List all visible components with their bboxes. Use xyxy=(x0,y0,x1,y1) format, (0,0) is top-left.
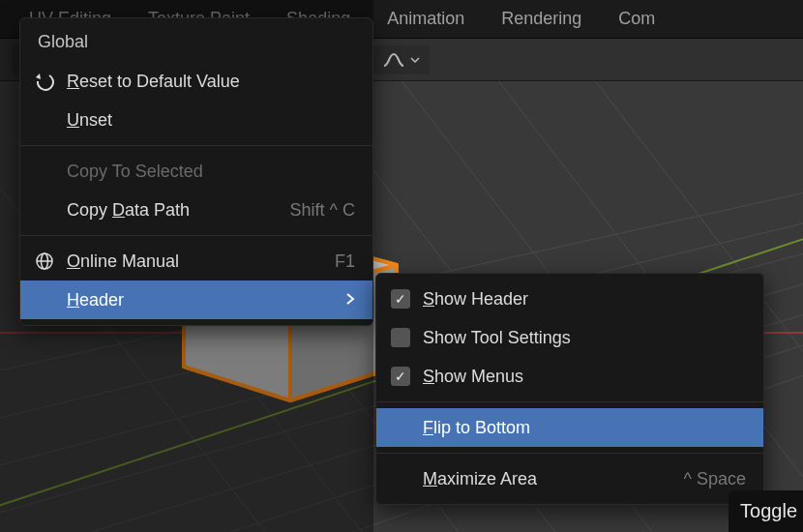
maximize-area-shortcut: ^ Space xyxy=(684,469,747,489)
checkbox-checked-icon: ✓ xyxy=(391,289,410,309)
undo-arrow-icon xyxy=(34,72,55,91)
online-manual-label: Online Manual xyxy=(67,251,323,272)
globe-icon xyxy=(34,251,55,271)
show-header-label: Show Header xyxy=(423,289,746,310)
menu-item-reset-default[interactable]: Reset to Default Value xyxy=(20,62,372,101)
submenu-item-show-header[interactable]: ✓ Show Header xyxy=(376,280,763,318)
copy-data-path-shortcut: Shift ^ C xyxy=(290,200,355,221)
menu-item-header[interactable]: Header xyxy=(20,281,372,319)
tab-compositing[interactable]: Com xyxy=(601,4,672,34)
toggle-tooltip-fragment: Toggle xyxy=(729,490,803,532)
menu-item-unset[interactable]: Unset xyxy=(20,101,372,139)
show-menus-label: Show Menus xyxy=(423,367,746,387)
chevron-right-icon xyxy=(345,290,355,310)
unset-label: Unset xyxy=(67,110,355,131)
menu-item-online-manual[interactable]: Online Manual F1 xyxy=(20,242,372,281)
header-label: Header xyxy=(67,290,334,310)
proportional-falloff-dropdown[interactable] xyxy=(373,45,430,74)
tab-rendering[interactable]: Rendering xyxy=(484,4,599,34)
menu-separator xyxy=(376,401,763,402)
submenu-item-flip-to-bottom[interactable]: Flip to Bottom xyxy=(376,408,763,447)
submenu-item-show-menus[interactable]: ✓ Show Menus xyxy=(376,357,763,396)
menu-separator xyxy=(20,145,372,146)
menu-item-copy-to-selected: Copy To Selected xyxy=(20,152,372,191)
context-menu-title: Global xyxy=(20,24,372,62)
online-manual-shortcut: F1 xyxy=(335,251,355,272)
menu-separator xyxy=(20,235,372,236)
copy-data-path-label: Copy Data Path xyxy=(67,200,279,221)
menu-separator xyxy=(376,453,763,454)
flip-bottom-label: Flip to Bottom xyxy=(423,418,746,438)
header-submenu: ✓ Show Header Show Tool Settings ✓ Show … xyxy=(375,273,764,505)
reset-label: Reset to Default Value xyxy=(67,72,355,92)
checkbox-checked-icon: ✓ xyxy=(391,367,410,386)
tab-animation[interactable]: Animation xyxy=(370,4,482,34)
context-menu: Global Reset to Default Value Unset Copy… xyxy=(19,17,373,326)
menu-item-copy-data-path[interactable]: Copy Data Path Shift ^ C xyxy=(20,191,372,229)
submenu-item-show-tool-settings[interactable]: Show Tool Settings xyxy=(376,318,763,357)
submenu-item-maximize-area[interactable]: Maximize Area ^ Space xyxy=(376,459,763,498)
show-tool-settings-label: Show Tool Settings xyxy=(423,328,746,348)
maximize-area-label: Maximize Area xyxy=(423,469,672,489)
copy-selected-label: Copy To Selected xyxy=(67,162,355,182)
checkbox-unchecked-icon xyxy=(391,328,410,347)
